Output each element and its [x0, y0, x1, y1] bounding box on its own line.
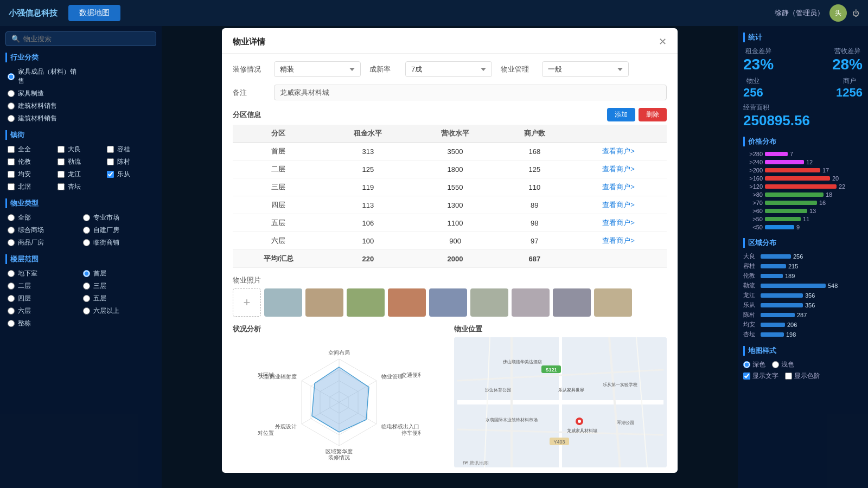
fl-all[interactable]: 整栋: [5, 317, 81, 330]
floor-title: 楼层范围: [5, 254, 156, 264]
avatar: 头: [829, 4, 847, 22]
fl-3[interactable]: 三层: [81, 280, 156, 292]
svg-text:物业管理: 物业管理: [381, 374, 403, 380]
pt-special[interactable]: 专业市场: [81, 211, 156, 224]
newness-select[interactable]: 7成8成9成: [405, 61, 492, 77]
management-select[interactable]: 一般良好优秀: [542, 61, 629, 77]
street-ronggui[interactable]: 容桂: [105, 143, 155, 156]
svg-text:停车便利度: 停车便利度: [401, 430, 420, 436]
table-row: 六层 100 900 97 查看商户>: [233, 232, 667, 250]
fl-basement[interactable]: 地下室: [5, 267, 81, 280]
fl-6[interactable]: 六层: [5, 305, 81, 317]
search-box[interactable]: 🔍: [5, 31, 156, 46]
fl-4[interactable]: 四层: [5, 292, 81, 305]
price-bar-row: >240 12: [743, 159, 863, 165]
street-xingtan[interactable]: 杏坛: [55, 181, 105, 193]
price-dist-section: 价格分布 >280 7>240 12>200 17>160 20>120 22>…: [743, 137, 863, 230]
svg-text:沙边体育公园: 沙边体育公园: [485, 388, 511, 393]
partition-title: 分区信息: [233, 110, 261, 120]
street-junan[interactable]: 均安: [5, 168, 55, 181]
management-label: 物业管理: [501, 65, 533, 74]
area-bar-row: 容桂 215: [743, 262, 863, 270]
price-bar-row: >200 17: [743, 167, 863, 174]
modal-close-button[interactable]: ✕: [659, 36, 667, 48]
svg-text:相对区域: 相对区域: [258, 372, 274, 378]
newness-label: 成新率: [369, 65, 397, 74]
view-merchants-link[interactable]: 查看商户>: [602, 147, 635, 155]
price-dist-title: 价格分布: [743, 137, 863, 146]
analysis-title: 状况分析: [233, 324, 445, 334]
property-type-group: 全部 专业市场 综合商场 自建厂房 商品厂房 临街商铺: [5, 211, 156, 249]
stats-title: 统计: [743, 33, 863, 42]
col-action: [570, 125, 667, 143]
svg-text:交通便利度: 交通便利度: [401, 372, 420, 378]
tab-datemap[interactable]: 数据地图: [68, 5, 120, 21]
pt-mall[interactable]: 综合商场: [5, 224, 81, 236]
add-partition-button[interactable]: 添加: [607, 108, 635, 121]
pt-street[interactable]: 临街商铺: [81, 236, 156, 249]
property-type-title: 物业类型: [5, 198, 156, 208]
left-sidebar: 🔍 行业分类 家具成品（材料）销售 家具制造 建筑材料销售 建筑材料销售 镇街 …: [0, 26, 162, 488]
map-style-light[interactable]: 浅色: [772, 360, 794, 369]
industry-group: 家具成品（材料）销售 家具制造 建筑材料销售 建筑材料销售: [5, 66, 156, 125]
svg-text:佛山顺德华美达酒店: 佛山顺德华美达酒店: [503, 359, 542, 364]
show-text-toggle[interactable]: 显示文字: [743, 371, 778, 381]
stats-section: 统计 租金差异 23% 营收差异 28% 物业 256 商户 1256 经营面积…: [743, 33, 863, 129]
industry-item-2[interactable]: 建筑材料销售: [5, 100, 156, 112]
rent-diff-label: 租金差异: [743, 47, 774, 56]
industry-item-0[interactable]: 家具成品（材料）销售: [5, 66, 81, 87]
street-lecong[interactable]: 乐从: [105, 168, 155, 181]
street-lunjiao[interactable]: 伦教: [5, 156, 55, 168]
price-bar-row: >160 20: [743, 175, 863, 182]
decoration-select[interactable]: 精装简装毛坯: [274, 61, 361, 77]
fl-1[interactable]: 首层: [81, 267, 156, 280]
rent-diff-val: 23%: [743, 56, 774, 73]
pt-all[interactable]: 全部: [5, 211, 81, 224]
street-all[interactable]: 全全: [5, 143, 55, 156]
view-merchants-link[interactable]: 查看商户>: [602, 201, 635, 209]
add-photo-button[interactable]: +: [233, 288, 261, 317]
map-svg: S121 佛山顺德华美达酒店 沙边体育公园 乐从家具世界 水萌国际木业装饰材料市…: [454, 337, 667, 467]
street-longjiang[interactable]: 龙江: [55, 168, 105, 181]
street-beijiao[interactable]: 北滘: [5, 181, 55, 193]
photo-4: [388, 288, 426, 317]
area-bars: 大良 256容桂 215伦教 189勒流 548龙江 356乐从 356陈村 2…: [743, 252, 863, 338]
fl-6plus[interactable]: 六层以上: [81, 305, 156, 317]
revenue-diff-label: 营收差异: [832, 47, 863, 56]
map-style-dark[interactable]: 深色: [743, 360, 765, 369]
radar-svg: 空间布局 物业管理 临电梯或出入口 区域繁华度 外观设计 大型商业辐射度 装修情…: [258, 340, 420, 465]
analysis-right: 物业位置: [454, 324, 667, 467]
form-row-note: 备注: [233, 85, 667, 100]
industry-item-1[interactable]: 家具制造: [5, 87, 156, 100]
fl-5[interactable]: 五层: [81, 292, 156, 305]
view-merchants-link[interactable]: 查看商户>: [602, 219, 635, 227]
street-daliang[interactable]: 大良: [55, 143, 105, 156]
user-area: 徐静（管理员） 头 ⏻: [775, 4, 859, 22]
street-leliu[interactable]: 勒流: [55, 156, 105, 168]
pt-factory[interactable]: 自建厂房: [81, 224, 156, 236]
view-merchants-link[interactable]: 查看商户>: [602, 165, 635, 173]
photos-label: 物业照片: [233, 275, 667, 285]
floor-group: 地下室 首层 二层 三层 四层 五层 六层 六层以上 整栋: [5, 267, 156, 330]
area-bar-row: 杏坛 198: [743, 330, 863, 338]
power-icon[interactable]: ⏻: [852, 9, 859, 17]
pt-goods[interactable]: 商品厂房: [5, 236, 81, 249]
view-merchants-link[interactable]: 查看商户>: [602, 183, 635, 191]
photo-row: +: [233, 288, 667, 317]
industry-item-3[interactable]: 建筑材料销售: [5, 112, 156, 125]
search-input[interactable]: [23, 35, 150, 43]
property-label: 物业: [743, 76, 763, 86]
view-merchants-link[interactable]: 查看商户>: [602, 236, 635, 245]
svg-point-43: [578, 420, 581, 423]
app-title: 小强信息科技: [9, 8, 58, 18]
fl-2[interactable]: 二层: [5, 280, 81, 292]
note-input[interactable]: [274, 85, 667, 100]
table-row: 首层 313 3500 168 查看商户>: [233, 143, 667, 160]
del-partition-button[interactable]: 删除: [639, 108, 667, 121]
show-color-toggle[interactable]: 显示色阶: [785, 371, 820, 381]
radar-chart: 空间布局 物业管理 临电梯或出入口 区域繁华度 外观设计 大型商业辐射度 装修情…: [233, 337, 445, 467]
svg-text:临电梯或出入口: 临电梯或出入口: [381, 423, 419, 429]
svg-text:外观设计: 外观设计: [275, 423, 297, 429]
industry-section-title: 行业分类: [5, 53, 156, 62]
street-chencun[interactable]: 陈村: [105, 156, 155, 168]
